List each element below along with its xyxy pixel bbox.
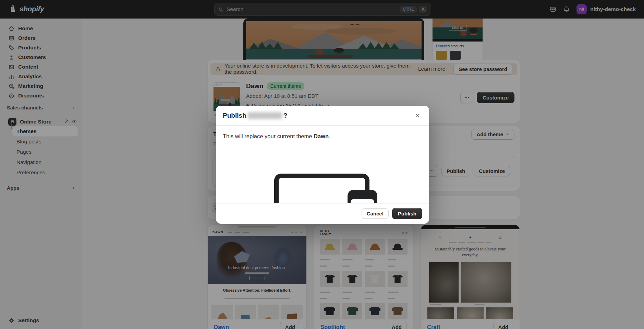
modal-title-prefix: Publish	[223, 112, 246, 119]
redacted-theme-name	[248, 112, 282, 119]
modal-title: Publish ?	[223, 112, 287, 119]
publish-button[interactable]: Publish	[392, 208, 422, 219]
modal-message-theme: Dawn	[314, 133, 329, 139]
modal-title-suffix: ?	[283, 112, 288, 119]
cancel-button[interactable]: Cancel	[362, 208, 389, 219]
modal-footer: Cancel Publish	[216, 203, 429, 223]
modal-header: Publish ?	[216, 106, 429, 126]
close-icon[interactable]	[412, 110, 422, 121]
shopify-admin-screen: shopify Search CTRL K nit	[0, 0, 644, 329]
modal-message-suffix: .	[329, 133, 330, 139]
publish-theme-modal: Publish ? This will replace your current…	[216, 106, 429, 224]
phone-frame-illustration	[348, 190, 377, 203]
modal-message: This will replace your current theme Daw…	[223, 133, 330, 140]
modal-message-prefix: This will replace your current theme	[223, 133, 314, 139]
modal-body: This will replace your current theme Daw…	[216, 126, 429, 203]
